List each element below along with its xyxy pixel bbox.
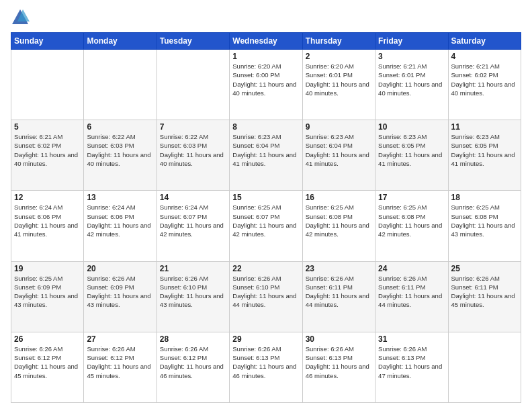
page: SundayMondayTuesdayWednesdayThursdayFrid… [0,0,532,411]
day-info: Sunrise: 6:26 AMSunset: 6:11 PMDaylight:… [306,274,372,310]
day-cell: 24Sunrise: 6:26 AMSunset: 6:11 PMDayligh… [375,261,448,332]
day-cell [84,50,157,120]
week-row-3: 12Sunrise: 6:24 AMSunset: 6:06 PMDayligh… [11,191,521,261]
day-number: 1 [232,52,299,61]
day-cell: 21Sunrise: 6:26 AMSunset: 6:10 PMDayligh… [157,261,229,332]
day-number: 20 [87,264,153,273]
day-number: 14 [160,193,226,202]
day-info: Sunrise: 6:26 AMSunset: 6:13 PMDaylight:… [232,345,299,380]
day-number: 13 [87,193,153,202]
day-number: 18 [451,193,518,202]
day-info: Sunrise: 6:24 AMSunset: 6:07 PMDaylight:… [160,203,226,238]
day-cell: 4Sunrise: 6:21 AMSunset: 6:02 PMDaylight… [448,50,521,120]
week-row-1: 1Sunrise: 6:20 AMSunset: 6:00 PMDaylight… [11,50,521,120]
weekday-header-monday: Monday [84,33,157,50]
day-cell: 17Sunrise: 6:25 AMSunset: 6:08 PMDayligh… [375,191,448,261]
day-cell [11,50,84,120]
day-number: 22 [232,264,299,273]
day-info: Sunrise: 6:26 AMSunset: 6:11 PMDaylight:… [451,274,518,310]
day-cell: 10Sunrise: 6:23 AMSunset: 6:05 PMDayligh… [375,120,448,191]
day-number: 25 [451,264,518,273]
day-cell: 22Sunrise: 6:26 AMSunset: 6:10 PMDayligh… [230,261,302,332]
day-info: Sunrise: 6:23 AMSunset: 6:04 PMDaylight:… [306,132,372,168]
day-cell: 1Sunrise: 6:20 AMSunset: 6:00 PMDaylight… [230,50,302,120]
day-info: Sunrise: 6:26 AMSunset: 6:12 PMDaylight:… [87,345,153,380]
day-info: Sunrise: 6:20 AMSunset: 6:00 PMDaylight:… [232,62,299,97]
day-cell: 7Sunrise: 6:22 AMSunset: 6:03 PMDaylight… [157,120,229,191]
day-info: Sunrise: 6:24 AMSunset: 6:06 PMDaylight:… [14,203,81,238]
day-info: Sunrise: 6:26 AMSunset: 6:12 PMDaylight:… [160,345,226,380]
day-info: Sunrise: 6:25 AMSunset: 6:08 PMDaylight:… [451,203,518,238]
day-number: 7 [160,122,226,132]
calendar-table: SundayMondayTuesdayWednesdayThursdayFrid… [11,32,521,403]
week-row-2: 5Sunrise: 6:21 AMSunset: 6:02 PMDaylight… [11,120,521,191]
day-cell: 28Sunrise: 6:26 AMSunset: 6:12 PMDayligh… [157,332,229,402]
day-number: 28 [160,334,226,344]
day-number: 29 [232,334,299,344]
weekday-header-sunday: Sunday [11,33,84,50]
header [11,8,521,27]
day-info: Sunrise: 6:21 AMSunset: 6:02 PMDaylight:… [451,62,518,97]
day-cell: 12Sunrise: 6:24 AMSunset: 6:06 PMDayligh… [11,191,84,261]
day-number: 23 [306,264,372,273]
day-cell: 19Sunrise: 6:25 AMSunset: 6:09 PMDayligh… [11,261,84,332]
day-cell: 20Sunrise: 6:26 AMSunset: 6:09 PMDayligh… [84,261,157,332]
day-info: Sunrise: 6:26 AMSunset: 6:11 PMDaylight:… [378,274,445,310]
weekday-header-friday: Friday [375,33,448,50]
day-cell: 18Sunrise: 6:25 AMSunset: 6:08 PMDayligh… [448,191,521,261]
day-info: Sunrise: 6:24 AMSunset: 6:06 PMDaylight:… [87,203,153,238]
day-cell: 29Sunrise: 6:26 AMSunset: 6:13 PMDayligh… [230,332,302,402]
weekday-header-saturday: Saturday [448,33,521,50]
day-number: 12 [14,193,81,202]
day-cell: 11Sunrise: 6:23 AMSunset: 6:05 PMDayligh… [448,120,521,191]
day-number: 24 [378,264,445,273]
day-cell: 15Sunrise: 6:25 AMSunset: 6:07 PMDayligh… [230,191,302,261]
day-info: Sunrise: 6:23 AMSunset: 6:04 PMDaylight:… [232,132,299,168]
day-cell: 26Sunrise: 6:26 AMSunset: 6:12 PMDayligh… [11,332,84,402]
day-info: Sunrise: 6:21 AMSunset: 6:02 PMDaylight:… [14,132,81,168]
day-cell [157,50,229,120]
day-info: Sunrise: 6:21 AMSunset: 6:01 PMDaylight:… [378,62,445,97]
day-cell: 8Sunrise: 6:23 AMSunset: 6:04 PMDaylight… [230,120,302,191]
day-number: 4 [451,52,518,61]
day-info: Sunrise: 6:25 AMSunset: 6:08 PMDaylight:… [306,203,372,238]
day-number: 31 [378,334,445,344]
day-info: Sunrise: 6:23 AMSunset: 6:05 PMDaylight:… [451,132,518,168]
day-number: 8 [232,122,299,132]
day-info: Sunrise: 6:26 AMSunset: 6:10 PMDaylight:… [232,274,299,310]
day-cell [448,332,521,402]
day-info: Sunrise: 6:26 AMSunset: 6:13 PMDaylight:… [306,345,372,380]
weekday-header-tuesday: Tuesday [157,33,229,50]
day-cell: 27Sunrise: 6:26 AMSunset: 6:12 PMDayligh… [84,332,157,402]
day-number: 5 [14,122,81,132]
day-cell: 9Sunrise: 6:23 AMSunset: 6:04 PMDaylight… [302,120,375,191]
day-cell: 31Sunrise: 6:26 AMSunset: 6:13 PMDayligh… [375,332,448,402]
day-info: Sunrise: 6:25 AMSunset: 6:09 PMDaylight:… [14,274,81,310]
weekday-header-thursday: Thursday [302,33,375,50]
day-info: Sunrise: 6:25 AMSunset: 6:08 PMDaylight:… [378,203,445,238]
day-number: 19 [14,264,81,273]
day-number: 6 [87,122,153,132]
day-info: Sunrise: 6:26 AMSunset: 6:10 PMDaylight:… [160,274,226,310]
day-number: 26 [14,334,81,344]
day-info: Sunrise: 6:22 AMSunset: 6:03 PMDaylight:… [160,132,226,168]
day-cell: 16Sunrise: 6:25 AMSunset: 6:08 PMDayligh… [302,191,375,261]
day-cell: 25Sunrise: 6:26 AMSunset: 6:11 PMDayligh… [448,261,521,332]
day-number: 10 [378,122,445,132]
week-row-4: 19Sunrise: 6:25 AMSunset: 6:09 PMDayligh… [11,261,521,332]
weekday-header-row: SundayMondayTuesdayWednesdayThursdayFrid… [11,33,521,50]
logo [11,8,32,27]
day-number: 2 [306,52,372,61]
day-number: 21 [160,264,226,273]
week-row-5: 26Sunrise: 6:26 AMSunset: 6:12 PMDayligh… [11,332,521,402]
day-info: Sunrise: 6:22 AMSunset: 6:03 PMDaylight:… [87,132,153,168]
day-info: Sunrise: 6:25 AMSunset: 6:07 PMDaylight:… [232,203,299,238]
day-cell: 2Sunrise: 6:20 AMSunset: 6:01 PMDaylight… [302,50,375,120]
day-cell: 6Sunrise: 6:22 AMSunset: 6:03 PMDaylight… [84,120,157,191]
day-number: 30 [306,334,372,344]
day-number: 15 [232,193,299,202]
day-cell: 13Sunrise: 6:24 AMSunset: 6:06 PMDayligh… [84,191,157,261]
day-cell: 30Sunrise: 6:26 AMSunset: 6:13 PMDayligh… [302,332,375,402]
day-cell: 14Sunrise: 6:24 AMSunset: 6:07 PMDayligh… [157,191,229,261]
day-number: 16 [306,193,372,202]
